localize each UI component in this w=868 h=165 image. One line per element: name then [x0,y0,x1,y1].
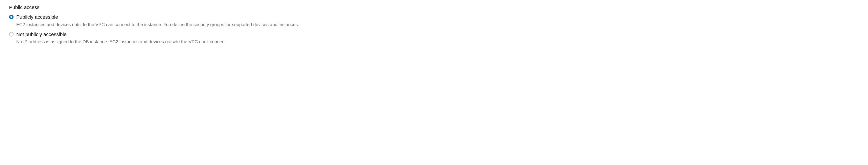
radio-content: Not publicly accessible No IP address is… [16,31,227,45]
radio-label-publicly-accessible: Publicly accessible [16,14,299,20]
radio-label-not-publicly-accessible: Not publicly accessible [16,31,227,38]
public-access-section: Public access Publicly accessible EC2 in… [9,4,859,45]
radio-content: Publicly accessible EC2 instances and de… [16,14,299,28]
radio-button-icon [9,32,13,37]
section-title: Public access [9,4,859,10]
radio-description-not-publicly-accessible: No IP address is assigned to the DB inst… [16,39,227,45]
radio-description-publicly-accessible: EC2 instances and devices outside the VP… [16,22,299,28]
radio-option-publicly-accessible[interactable]: Publicly accessible EC2 instances and de… [9,14,859,28]
radio-option-not-publicly-accessible[interactable]: Not publicly accessible No IP address is… [9,31,859,45]
public-access-radio-group: Publicly accessible EC2 instances and de… [9,14,859,45]
radio-button-icon [9,15,13,19]
